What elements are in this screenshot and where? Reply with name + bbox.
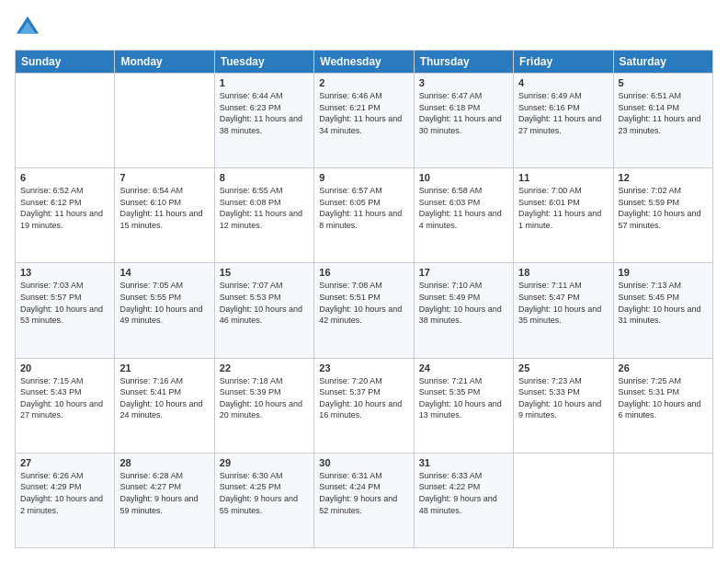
- day-info: Sunrise: 7:10 AMSunset: 5:49 PMDaylight:…: [419, 280, 508, 326]
- calendar-header-row: SundayMondayTuesdayWednesdayThursdayFrid…: [16, 51, 713, 74]
- day-info: Sunrise: 6:54 AMSunset: 6:10 PMDaylight:…: [119, 185, 209, 231]
- day-info: Sunrise: 6:46 AMSunset: 6:21 PMDaylight:…: [319, 90, 408, 136]
- calendar-cell: 23Sunrise: 7:20 AMSunset: 5:37 PMDayligh…: [314, 358, 414, 453]
- day-info: Sunrise: 6:57 AMSunset: 6:05 PMDaylight:…: [319, 185, 408, 231]
- calendar-cell: 8Sunrise: 6:55 AMSunset: 6:08 PMDaylight…: [214, 168, 313, 263]
- calendar-cell: 24Sunrise: 7:21 AMSunset: 5:35 PMDayligh…: [414, 358, 513, 453]
- day-number: 21: [119, 362, 209, 373]
- day-info: Sunrise: 6:55 AMSunset: 6:08 PMDaylight:…: [220, 185, 309, 231]
- calendar-cell: 28Sunrise: 6:28 AMSunset: 4:27 PMDayligh…: [115, 453, 214, 547]
- day-number: 22: [220, 362, 309, 373]
- day-info: Sunrise: 6:49 AMSunset: 6:16 PMDaylight:…: [518, 90, 608, 136]
- day-info: Sunrise: 6:47 AMSunset: 6:18 PMDaylight:…: [419, 90, 508, 136]
- day-number: 7: [119, 172, 209, 183]
- day-number: 8: [220, 172, 309, 183]
- day-info: Sunrise: 6:44 AMSunset: 6:23 PMDaylight:…: [220, 90, 309, 136]
- day-info: Sunrise: 6:52 AMSunset: 6:12 PMDaylight:…: [20, 185, 109, 231]
- day-info: Sunrise: 7:15 AMSunset: 5:43 PMDaylight:…: [20, 375, 109, 421]
- calendar-cell: [115, 74, 214, 168]
- day-number: 11: [518, 172, 608, 183]
- day-number: 20: [20, 362, 109, 373]
- day-number: 19: [619, 267, 708, 278]
- calendar-week-row: 20Sunrise: 7:15 AMSunset: 5:43 PMDayligh…: [16, 358, 713, 453]
- calendar-cell: [613, 453, 712, 547]
- day-header-thursday: Thursday: [414, 51, 513, 74]
- day-number: 18: [518, 267, 608, 278]
- calendar-cell: 26Sunrise: 7:25 AMSunset: 5:31 PMDayligh…: [613, 358, 712, 453]
- page: SundayMondayTuesdayWednesdayThursdayFrid…: [0, 0, 728, 563]
- calendar-cell: 14Sunrise: 7:05 AMSunset: 5:55 PMDayligh…: [115, 263, 214, 358]
- day-info: Sunrise: 7:00 AMSunset: 6:01 PMDaylight:…: [518, 185, 608, 231]
- calendar-cell: 25Sunrise: 7:23 AMSunset: 5:33 PMDayligh…: [514, 358, 613, 453]
- calendar-week-row: 27Sunrise: 6:26 AMSunset: 4:29 PMDayligh…: [16, 453, 713, 547]
- day-number: 6: [20, 172, 109, 183]
- day-number: 26: [619, 362, 708, 373]
- calendar-week-row: 13Sunrise: 7:03 AMSunset: 5:57 PMDayligh…: [16, 263, 713, 358]
- day-info: Sunrise: 7:23 AMSunset: 5:33 PMDaylight:…: [518, 375, 608, 421]
- calendar-cell: 29Sunrise: 6:30 AMSunset: 4:25 PMDayligh…: [214, 453, 313, 547]
- calendar-cell: 5Sunrise: 6:51 AMSunset: 6:14 PMDaylight…: [613, 74, 712, 168]
- day-number: 13: [20, 267, 109, 278]
- day-info: Sunrise: 6:26 AMSunset: 4:29 PMDaylight:…: [20, 470, 109, 516]
- day-info: Sunrise: 7:13 AMSunset: 5:45 PMDaylight:…: [619, 280, 708, 326]
- day-info: Sunrise: 6:58 AMSunset: 6:03 PMDaylight:…: [419, 185, 508, 231]
- calendar-cell: 2Sunrise: 6:46 AMSunset: 6:21 PMDaylight…: [314, 74, 414, 168]
- day-number: 15: [220, 267, 309, 278]
- calendar-cell: 18Sunrise: 7:11 AMSunset: 5:47 PMDayligh…: [514, 263, 613, 358]
- calendar-cell: 3Sunrise: 6:47 AMSunset: 6:18 PMDaylight…: [414, 74, 513, 168]
- day-number: 1: [220, 77, 309, 88]
- calendar-cell: 7Sunrise: 6:54 AMSunset: 6:10 PMDaylight…: [115, 168, 214, 263]
- day-number: 17: [419, 267, 508, 278]
- day-info: Sunrise: 6:28 AMSunset: 4:27 PMDaylight:…: [119, 470, 209, 516]
- calendar-cell: 19Sunrise: 7:13 AMSunset: 5:45 PMDayligh…: [613, 263, 712, 358]
- calendar-cell: 1Sunrise: 6:44 AMSunset: 6:23 PMDaylight…: [214, 74, 313, 168]
- day-info: Sunrise: 7:08 AMSunset: 5:51 PMDaylight:…: [319, 280, 408, 326]
- calendar-cell: 4Sunrise: 6:49 AMSunset: 6:16 PMDaylight…: [514, 74, 613, 168]
- calendar-cell: 13Sunrise: 7:03 AMSunset: 5:57 PMDayligh…: [16, 263, 115, 358]
- day-number: 3: [419, 77, 508, 88]
- day-number: 2: [319, 77, 408, 88]
- calendar-cell: 20Sunrise: 7:15 AMSunset: 5:43 PMDayligh…: [16, 358, 115, 453]
- calendar-cell: 16Sunrise: 7:08 AMSunset: 5:51 PMDayligh…: [314, 263, 414, 358]
- day-header-sunday: Sunday: [16, 51, 115, 74]
- calendar-cell: 15Sunrise: 7:07 AMSunset: 5:53 PMDayligh…: [214, 263, 313, 358]
- calendar-cell: [16, 74, 115, 168]
- day-header-saturday: Saturday: [613, 51, 712, 74]
- day-info: Sunrise: 7:16 AMSunset: 5:41 PMDaylight:…: [119, 375, 209, 421]
- calendar-cell: 21Sunrise: 7:16 AMSunset: 5:41 PMDayligh…: [115, 358, 214, 453]
- day-info: Sunrise: 7:07 AMSunset: 5:53 PMDaylight:…: [220, 280, 309, 326]
- day-number: 4: [518, 77, 608, 88]
- day-number: 25: [518, 362, 608, 373]
- calendar-cell: 6Sunrise: 6:52 AMSunset: 6:12 PMDaylight…: [16, 168, 115, 263]
- day-header-monday: Monday: [115, 51, 214, 74]
- day-info: Sunrise: 6:31 AMSunset: 4:24 PMDaylight:…: [319, 470, 408, 516]
- day-number: 30: [319, 457, 408, 468]
- day-info: Sunrise: 6:33 AMSunset: 4:22 PMDaylight:…: [419, 470, 508, 516]
- day-number: 5: [619, 77, 708, 88]
- calendar-cell: 12Sunrise: 7:02 AMSunset: 5:59 PMDayligh…: [613, 168, 712, 263]
- calendar-cell: 9Sunrise: 6:57 AMSunset: 6:05 PMDaylight…: [314, 168, 414, 263]
- day-info: Sunrise: 7:18 AMSunset: 5:39 PMDaylight:…: [220, 375, 309, 421]
- day-info: Sunrise: 7:02 AMSunset: 5:59 PMDaylight:…: [619, 185, 708, 231]
- calendar-week-row: 1Sunrise: 6:44 AMSunset: 6:23 PMDaylight…: [16, 74, 713, 168]
- day-header-tuesday: Tuesday: [214, 51, 313, 74]
- day-number: 10: [419, 172, 508, 183]
- day-number: 29: [220, 457, 309, 468]
- day-header-wednesday: Wednesday: [314, 51, 414, 74]
- calendar-table: SundayMondayTuesdayWednesdayThursdayFrid…: [15, 50, 713, 548]
- day-info: Sunrise: 7:11 AMSunset: 5:47 PMDaylight:…: [518, 280, 608, 326]
- calendar-week-row: 6Sunrise: 6:52 AMSunset: 6:12 PMDaylight…: [16, 168, 713, 263]
- day-number: 9: [319, 172, 408, 183]
- calendar-cell: 11Sunrise: 7:00 AMSunset: 6:01 PMDayligh…: [514, 168, 613, 263]
- day-number: 23: [319, 362, 408, 373]
- day-info: Sunrise: 7:03 AMSunset: 5:57 PMDaylight:…: [20, 280, 109, 326]
- day-number: 31: [419, 457, 508, 468]
- calendar-cell: 31Sunrise: 6:33 AMSunset: 4:22 PMDayligh…: [414, 453, 513, 547]
- day-number: 27: [20, 457, 109, 468]
- day-number: 14: [119, 267, 209, 278]
- day-number: 16: [319, 267, 408, 278]
- day-info: Sunrise: 7:25 AMSunset: 5:31 PMDaylight:…: [619, 375, 708, 421]
- logo: [15, 15, 44, 40]
- calendar-cell: [514, 453, 613, 547]
- logo-icon: [15, 15, 40, 40]
